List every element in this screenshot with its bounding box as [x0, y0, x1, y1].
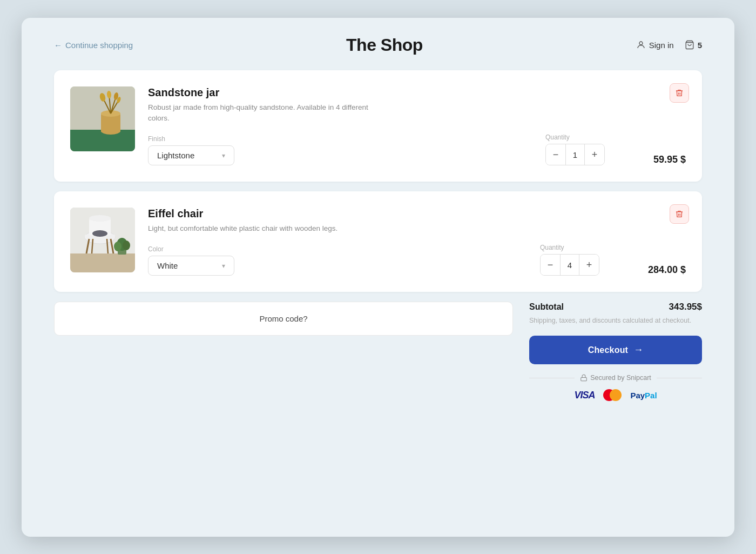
cart-count: 5	[698, 41, 702, 50]
svg-point-20	[89, 215, 111, 222]
item-desc-sandstone: Robust jar made from high-quality sandst…	[148, 102, 375, 124]
item-price-eiffel: 284.00 $	[648, 264, 686, 276]
main-content: Sandstone jar Robust jar made from high-…	[22, 70, 734, 423]
finish-chevron-icon: ▾	[222, 152, 225, 159]
finish-option-label: Finish	[148, 135, 234, 143]
secured-section: Secured by Snipcart VISA PayPal	[529, 374, 702, 401]
quantity-group-eiffel: Quantity − 4 +	[540, 244, 599, 276]
quantity-group-sandstone: Quantity − 1 +	[545, 134, 605, 165]
qty-decrease-sandstone[interactable]: −	[546, 144, 565, 165]
paypal-logo: PayPal	[630, 391, 657, 400]
finish-value: Lightstone	[157, 151, 194, 160]
back-arrow-icon: ←	[54, 41, 62, 50]
color-select[interactable]: White ▾	[148, 256, 234, 276]
shipping-note: Shipping, taxes, and discounts calculate…	[529, 316, 702, 326]
svg-rect-3	[70, 130, 135, 151]
shop-title: The Shop	[346, 35, 423, 55]
secured-divider: Secured by Snipcart	[529, 374, 702, 382]
promo-code-box[interactable]: Promo code?	[54, 302, 513, 336]
trash-icon-eiffel	[675, 210, 684, 218]
header: ← Continue shopping The Shop Sign in 5	[22, 18, 734, 70]
finish-select[interactable]: Lightstone ▾	[148, 145, 234, 165]
qty-value-eiffel: 4	[560, 255, 579, 275]
item-name-eiffel: Eiffel chair	[148, 208, 686, 220]
qty-increase-sandstone[interactable]: +	[585, 144, 604, 165]
qty-controls-sandstone: − 1 +	[545, 144, 605, 165]
eiffel-image-svg	[70, 208, 135, 272]
checkout-label: Checkout	[588, 345, 629, 355]
subtotal-row: Subtotal 343.95$	[529, 302, 702, 312]
product-image-sandstone	[70, 86, 135, 151]
subtotal-value: 343.95$	[669, 302, 702, 312]
cart-item-eiffel-chair: Eiffel chair Light, but comfortable whit…	[54, 191, 702, 292]
item-info-sandstone: Sandstone jar Robust jar made from high-…	[148, 86, 686, 166]
bottom-section: Promo code? Subtotal 343.95$ Shipping, t…	[54, 302, 702, 401]
continue-shopping-link[interactable]: ← Continue shopping	[54, 41, 133, 50]
svg-point-27	[114, 242, 122, 251]
svg-rect-30	[581, 377, 587, 381]
qty-controls-eiffel: − 4 +	[540, 254, 599, 276]
cart-button[interactable]: 5	[685, 40, 702, 50]
back-label: Continue shopping	[65, 41, 133, 50]
lock-icon	[580, 374, 588, 382]
header-actions: Sign in 5	[636, 40, 702, 50]
qty-increase-eiffel[interactable]: +	[579, 255, 599, 275]
promo-section: Promo code?	[54, 302, 513, 336]
item-options-sandstone: Finish Lightstone ▾ Quantity − 1 +	[148, 134, 686, 165]
qty-decrease-eiffel[interactable]: −	[541, 255, 560, 275]
cart-icon	[685, 40, 694, 50]
payment-logos: VISA PayPal	[529, 389, 702, 401]
color-option-group: Color White ▾	[148, 245, 234, 276]
color-value: White	[157, 261, 178, 270]
user-icon	[636, 40, 646, 50]
checkout-arrow-icon: →	[633, 344, 643, 356]
svg-point-28	[123, 241, 130, 250]
svg-point-0	[639, 42, 643, 45]
qty-label-sandstone: Quantity	[545, 134, 605, 141]
item-price-sandstone: 59.95 $	[653, 154, 686, 165]
svg-rect-16	[70, 253, 135, 272]
qty-value-sandstone: 1	[565, 144, 585, 165]
app-window: ← Continue shopping The Shop Sign in 5	[22, 18, 734, 537]
finish-option-group: Finish Lightstone ▾	[148, 135, 234, 165]
item-desc-eiffel: Light, but comfortable white plastic cha…	[148, 223, 375, 234]
color-option-label: Color	[148, 245, 234, 253]
item-name-sandstone: Sandstone jar	[148, 86, 686, 99]
checkout-button[interactable]: Checkout →	[529, 336, 702, 364]
delete-eiffel-button[interactable]	[670, 204, 689, 224]
visa-logo: VISA	[574, 390, 595, 401]
divider-left	[529, 378, 575, 378]
divider-right	[657, 378, 702, 378]
product-image-eiffel	[70, 208, 135, 272]
color-chevron-icon: ▾	[222, 262, 225, 270]
subtotal-label: Subtotal	[529, 302, 564, 312]
trash-icon-sandstone	[675, 89, 684, 97]
sign-in-label: Sign in	[649, 41, 674, 50]
promo-label: Promo code?	[259, 314, 307, 323]
delete-sandstone-button[interactable]	[670, 83, 689, 103]
sandstone-image-svg	[70, 86, 135, 151]
svg-point-29	[92, 230, 107, 237]
cart-item-sandstone-jar: Sandstone jar Robust jar made from high-…	[54, 70, 702, 182]
checkout-section: Subtotal 343.95$ Shipping, taxes, and di…	[529, 302, 702, 401]
item-info-eiffel: Eiffel chair Light, but comfortable whit…	[148, 208, 686, 276]
qty-label-eiffel: Quantity	[540, 244, 599, 251]
mastercard-logo	[603, 389, 622, 401]
item-options-eiffel: Color White ▾ Quantity − 4 +	[148, 244, 686, 276]
mc-yellow-circle	[610, 389, 622, 401]
secured-label: Secured by Snipcart	[580, 374, 651, 382]
sign-in-button[interactable]: Sign in	[636, 40, 674, 50]
